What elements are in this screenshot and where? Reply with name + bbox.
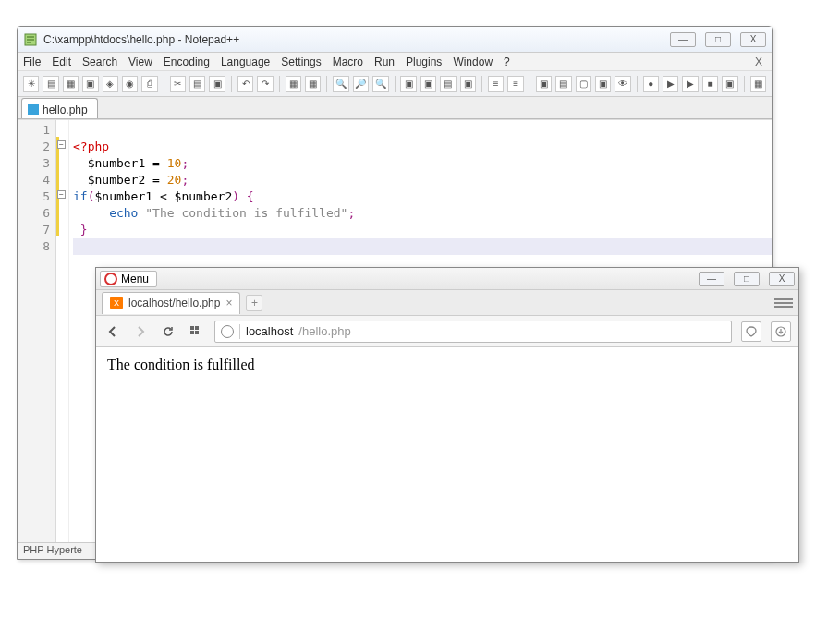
page-output-text: The condition is fulfilled	[107, 357, 255, 372]
menu-encoding[interactable]: Encoding	[164, 55, 210, 68]
back-button[interactable]	[103, 322, 122, 341]
forward-button[interactable]	[131, 322, 150, 341]
url-domain: localhost	[246, 324, 293, 338]
menu-plugins[interactable]: Plugins	[406, 55, 442, 68]
fold-toggle-icon[interactable]: −	[57, 190, 66, 199]
minimize-button[interactable]: —	[670, 32, 696, 47]
tab-close-icon[interactable]: ×	[225, 297, 232, 309]
titlebar[interactable]: C:\xampp\htdocs\hello.php - Notepad++ — …	[18, 27, 772, 53]
menu-settings[interactable]: Settings	[281, 55, 321, 68]
menu-file[interactable]: File	[23, 55, 41, 68]
close-button[interactable]: X	[740, 32, 766, 47]
maximize-button[interactable]: □	[705, 32, 731, 47]
toolbar-separator	[530, 76, 530, 92]
tabstrip: hello.php	[18, 97, 772, 119]
toolbar-button[interactable]: ≡	[488, 76, 504, 92]
svg-rect-4	[195, 331, 199, 334]
toolbar-button[interactable]: ◈	[103, 76, 118, 92]
close-button[interactable]: X	[769, 272, 795, 286]
toolbar-button[interactable]: ▣	[460, 76, 476, 92]
new-tab-button[interactable]: +	[246, 295, 262, 311]
plus-icon: +	[251, 297, 258, 309]
toolbar-button[interactable]: ▶	[682, 76, 698, 92]
menu-edit[interactable]: Edit	[52, 55, 71, 68]
toolbar-button[interactable]: ▣	[722, 76, 737, 92]
bookmark-button[interactable]	[741, 321, 761, 342]
toolbar-button[interactable]: ▦	[305, 76, 321, 92]
toolbar-button[interactable]: ▣	[82, 76, 98, 92]
line-number: 8	[18, 238, 50, 255]
toolbar-button[interactable]: ↷	[257, 76, 273, 92]
toolbar-button[interactable]: ▦	[63, 76, 79, 92]
toolbar-button[interactable]: ▤	[189, 76, 205, 92]
code-line: echo "The condition is fulfilled";	[73, 205, 772, 222]
address-bar[interactable]: localhost/hello.php	[214, 321, 732, 343]
menu-window[interactable]: Window	[453, 55, 493, 68]
toolbar-button[interactable]: 🔍	[333, 76, 348, 92]
toolbar-button[interactable]: ✳	[23, 76, 39, 92]
toolbar-button[interactable]: 🔍	[372, 76, 388, 92]
menu-macro[interactable]: Macro	[333, 55, 363, 68]
address-toolbar: localhost/hello.php	[96, 316, 798, 347]
browser-tab[interactable]: X localhost/hello.php ×	[102, 292, 240, 314]
toolbar-button[interactable]: ▣	[595, 76, 611, 92]
toolbar-separator	[231, 76, 232, 92]
menu-run[interactable]: Run	[374, 55, 395, 68]
opera-menu-button[interactable]: Menu	[100, 271, 157, 287]
toolbar-button[interactable]: 👁	[615, 76, 630, 92]
editor-tab[interactable]: hello.php	[21, 98, 98, 118]
toolbar-button[interactable]: ▦	[286, 76, 301, 92]
toolbar-separator	[279, 76, 280, 92]
sidebar-toggle-icon[interactable]	[774, 296, 793, 310]
menu-search[interactable]: Search	[82, 55, 117, 68]
toolbar-separator	[326, 76, 327, 92]
toolbar-button[interactable]: ✂	[170, 76, 186, 92]
tab-label: hello.php	[43, 103, 88, 116]
svg-rect-3	[190, 331, 194, 334]
line-number: 6	[18, 205, 50, 222]
download-button[interactable]	[771, 321, 791, 342]
toolbar-button[interactable]: ≡	[507, 76, 523, 92]
maximize-button[interactable]: □	[734, 272, 760, 286]
toolbar-button[interactable]: ▣	[209, 76, 225, 92]
toolbar-button[interactable]: ▣	[420, 76, 436, 92]
toolbar-button[interactable]: ◉	[122, 76, 138, 92]
speed-dial-button[interactable]	[187, 322, 205, 341]
menubar: FileEditSearchViewEncodingLanguageSettin…	[18, 53, 772, 71]
toolbar-button[interactable]: 🔎	[353, 76, 369, 92]
menubar-close-icon[interactable]: X	[755, 55, 766, 68]
toolbar-separator	[744, 76, 745, 92]
code-line: if($number1 < $number2) {	[73, 188, 772, 205]
opera-menu-label: Menu	[121, 273, 149, 285]
toolbar-button[interactable]: ▣	[400, 76, 416, 92]
toolbar-button[interactable]: ▣	[536, 76, 552, 92]
file-icon	[28, 104, 39, 115]
globe-icon	[221, 325, 234, 338]
line-number: 7	[18, 222, 50, 238]
toolbar-separator	[395, 76, 396, 92]
menu-view[interactable]: View	[128, 55, 152, 68]
menu-language[interactable]: Language	[221, 55, 270, 68]
toolbar-button[interactable]: ●	[643, 76, 659, 92]
reload-button[interactable]	[159, 322, 177, 341]
fold-toggle-icon[interactable]: −	[57, 140, 66, 149]
toolbar-button[interactable]: ▶	[663, 76, 678, 92]
browser-titlebar[interactable]: Menu — □ X	[96, 268, 798, 290]
menu-help[interactable]: ?	[504, 55, 510, 68]
toolbar-button[interactable]: ▤	[555, 76, 571, 92]
fold-column: − −	[56, 120, 69, 542]
toolbar-button[interactable]: ■	[702, 76, 718, 92]
code-line-current	[73, 238, 772, 255]
browser-tabstrip: X localhost/hello.php × +	[96, 290, 798, 316]
toolbar-button[interactable]: ▢	[576, 76, 591, 92]
toolbar-button[interactable]: ▦	[750, 76, 766, 92]
toolbar-button[interactable]: ↶	[237, 76, 253, 92]
minimize-button[interactable]: —	[699, 272, 724, 286]
toolbar-separator	[164, 76, 164, 92]
toolbar-button[interactable]: ▤	[440, 76, 456, 92]
toolbar-button[interactable]: ⎙	[141, 76, 157, 92]
app-icon	[23, 32, 38, 47]
svg-rect-2	[195, 326, 199, 330]
browser-tab-title: localhost/hello.php	[128, 297, 220, 309]
toolbar-button[interactable]: ▤	[43, 76, 58, 92]
